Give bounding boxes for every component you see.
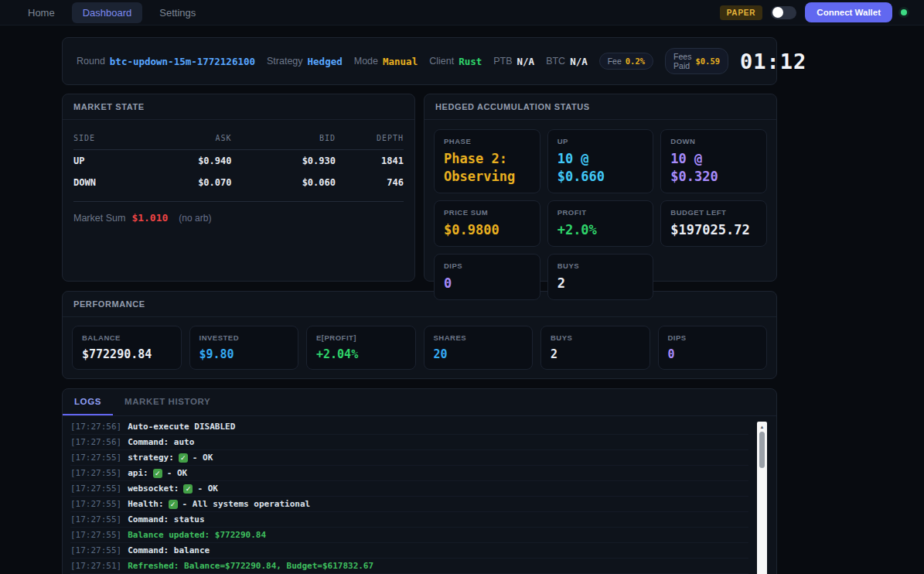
mode-value: Manual <box>383 56 418 67</box>
log-timestamp: [17:27:55] <box>70 468 121 478</box>
performance-stat-card: DIPS0 <box>658 326 768 370</box>
hedged-stat-card-value: $197025.72 <box>670 221 757 239</box>
mode: Mode Manual <box>354 56 418 67</box>
market-state-panel: MARKET STATE SIDEASKBIDDEPTHUP$0.940$0.9… <box>62 94 415 282</box>
performance-stat-card-value: $9.80 <box>199 347 289 362</box>
hedged-stat-card-value: 10 @ $0.320 <box>670 150 757 186</box>
market-sum-value: $1.010 <box>131 212 168 224</box>
client-label: Client <box>429 56 454 67</box>
fees-paid-label: Fees Paid <box>673 52 691 70</box>
ptb-label: PTB <box>493 56 512 67</box>
scrollbar-thumb[interactable] <box>759 432 765 468</box>
connect-wallet-button[interactable]: Connect Wallet <box>805 2 892 22</box>
check-icon: ✓ <box>183 484 193 494</box>
strategy-label: Strategy <box>267 56 303 67</box>
hedged-stat-card-label: UP <box>557 137 644 145</box>
hedged-stat-card: PHASEPhase 2: Observing <box>434 129 540 193</box>
hedged-stat-card-value: 0 <box>444 275 530 292</box>
market-state-title: MARKET STATE <box>63 94 414 120</box>
hedged-cards-grid: PHASEPhase 2: ObservingUP10 @ $0.660DOWN… <box>424 120 776 309</box>
performance-stat-card-value: 2 <box>551 347 640 362</box>
market-column-header: BID <box>232 129 336 150</box>
log-entry: [17:27:55]Command: status <box>70 512 748 528</box>
log-message: Command: status <box>128 514 204 524</box>
nav-item-dashboard[interactable]: Dashboard <box>72 2 143 23</box>
log-message: Refreshed: Balance=$772290.84, Budget=$6… <box>128 561 373 571</box>
log-message: Command: auto <box>128 437 194 447</box>
log-message: Command: balance <box>128 545 210 555</box>
log-entry: [17:27:56]Command: auto <box>70 435 748 450</box>
log-message: Health:✓- All systems operational <box>128 499 310 509</box>
hedged-status-panel: HEDGED ACCUMULATION STATUS PHASEPhase 2:… <box>424 94 777 282</box>
panels-row: MARKET STATE SIDEASKBIDDEPTHUP$0.940$0.9… <box>62 94 777 282</box>
log-message: Balance updated: $772290.84 <box>128 530 266 540</box>
fees-paid-value: $0.59 <box>695 56 720 66</box>
log-timestamp: [17:27:55] <box>70 530 121 540</box>
log-area: [17:27:56]Auto-execute DISABLED[17:27:56… <box>70 419 769 574</box>
tab-logs[interactable]: LOGS <box>63 389 113 415</box>
market-row-depth: 746 <box>336 172 404 193</box>
round-info-bar: Round btc-updown-15m-1772126100 Strategy… <box>62 37 777 85</box>
round-label: Round <box>77 56 105 67</box>
client-value: Rust <box>459 56 482 67</box>
nav-item-home[interactable]: Home <box>17 2 66 23</box>
btc: BTC N/A <box>546 56 588 67</box>
paper-mode-badge: PAPER <box>720 5 763 20</box>
hedged-stat-card-value: 2 <box>557 275 644 292</box>
main-content: Round btc-updown-15m-1772126100 Strategy… <box>62 37 777 574</box>
fee-badge: Fee 0.2% <box>599 53 653 70</box>
performance-stat-card-value: $772290.84 <box>82 347 172 362</box>
market-row-bid: $0.060 <box>232 172 336 193</box>
fees-paid-badge: Fees Paid $0.59 <box>665 48 728 74</box>
performance-cards-grid: BALANCE$772290.84INVESTED$9.80E[PROFIT]+… <box>63 317 776 378</box>
log-timestamp: [17:27:55] <box>70 483 121 494</box>
log-message: websocket:✓- OK <box>128 483 218 494</box>
tab-market-history[interactable]: MARKET HISTORY <box>113 389 222 415</box>
strategy: Strategy Hedged <box>267 56 343 67</box>
logs-panel: LOGS MARKET HISTORY [17:27:56]Auto-execu… <box>62 388 777 574</box>
performance-stat-card: INVESTED$9.80 <box>189 326 299 370</box>
performance-stat-card-label: DIPS <box>668 333 758 342</box>
log-entry: [17:27:51]Refreshed: Balance=$772290.84,… <box>70 559 748 574</box>
performance-stat-card-value: +2.04% <box>316 347 406 362</box>
log-message: strategy:✓- OK <box>128 453 213 463</box>
hedged-stat-card-value: +2.0% <box>557 221 644 239</box>
round-countdown-timer: 01:12 <box>740 50 806 73</box>
performance-stat-card-label: BUYS <box>551 333 640 342</box>
mode-toggle[interactable] <box>771 6 796 19</box>
hedged-stat-card-label: BUDGET LEFT <box>670 208 757 217</box>
fee-label: Fee <box>608 56 622 66</box>
mode-label: Mode <box>354 56 378 67</box>
btc-value: N/A <box>570 56 588 67</box>
hedged-stat-card: PRICE SUM$0.9800 <box>434 200 540 247</box>
market-row-depth: 1841 <box>336 150 404 172</box>
scrollbar-up-arrow-icon[interactable]: ▲ <box>757 422 767 431</box>
market-sum-label: Market Sum <box>73 213 125 224</box>
hedged-stat-card-value: Phase 2: Observing <box>444 150 530 186</box>
performance-stat-card: SHARES20 <box>424 326 534 370</box>
log-scrollbar[interactable]: ▲ ▼ <box>757 422 767 574</box>
log-entry: [17:27:55]api:✓- OK <box>70 466 748 481</box>
performance-stat-card-label: INVESTED <box>199 333 289 342</box>
market-row-side: DOWN <box>73 172 128 193</box>
strategy-value: Hedged <box>308 56 343 67</box>
log-timestamp: [17:27:56] <box>70 422 121 432</box>
hedged-stat-card-label: PROFIT <box>557 208 644 217</box>
nav-item-settings[interactable]: Settings <box>148 2 206 23</box>
hedged-stat-card-value: 10 @ $0.660 <box>557 150 644 186</box>
log-message: Auto-execute DISABLED <box>128 422 235 432</box>
hedged-stat-card-label: PHASE <box>444 137 530 145</box>
performance-stat-card-value: 0 <box>668 347 758 362</box>
performance-stat-card-label: E[PROFIT] <box>316 333 406 342</box>
market-row-side: UP <box>73 150 128 172</box>
market-sum-row: Market Sum $1.010 (no arb) <box>73 202 404 224</box>
toggle-knob <box>772 7 783 18</box>
log-entry: [17:27:56]Auto-execute DISABLED <box>70 419 748 435</box>
log-entry: [17:27:55]Command: balance <box>70 543 748 559</box>
connection-status-dot <box>901 9 907 15</box>
hedged-status-title: HEDGED ACCUMULATION STATUS <box>424 94 776 120</box>
hedged-stat-card-label: DOWN <box>670 137 757 145</box>
market-row-bid: $0.930 <box>232 150 336 172</box>
ptb: PTB N/A <box>493 56 534 67</box>
log-entry: [17:27:55]websocket:✓- OK <box>70 481 748 497</box>
